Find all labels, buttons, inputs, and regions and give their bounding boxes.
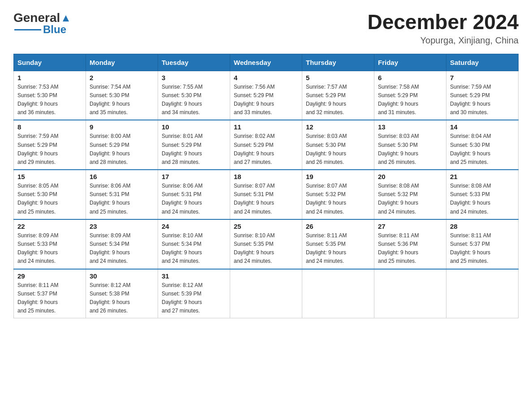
week-row-4: 22Sunrise: 8:09 AMSunset: 5:33 PMDayligh… <box>14 219 519 269</box>
day-cell-31: 31Sunrise: 8:12 AMSunset: 5:39 PMDayligh… <box>158 269 230 318</box>
day-cell-6: 6Sunrise: 7:58 AMSunset: 5:29 PMDaylight… <box>374 71 446 120</box>
column-header-thursday: Thursday <box>302 54 374 71</box>
logo-triangle-icon <box>61 13 71 23</box>
day-cell-12: 12Sunrise: 8:03 AMSunset: 5:30 PMDayligh… <box>302 120 374 170</box>
day-info: Sunrise: 8:06 AMSunset: 5:31 PMDaylight:… <box>162 182 226 216</box>
day-info: Sunrise: 7:59 AMSunset: 5:29 PMDaylight:… <box>450 83 515 117</box>
day-info: Sunrise: 8:03 AMSunset: 5:30 PMDaylight:… <box>306 132 370 167</box>
day-number: 25 <box>234 223 298 230</box>
day-cell-18: 18Sunrise: 8:07 AMSunset: 5:31 PMDayligh… <box>230 170 302 219</box>
day-info: Sunrise: 8:08 AMSunset: 5:33 PMDaylight:… <box>450 182 515 216</box>
day-number: 29 <box>17 272 82 280</box>
day-cell-3: 3Sunrise: 7:55 AMSunset: 5:30 PMDaylight… <box>158 71 230 120</box>
column-header-monday: Monday <box>86 54 158 71</box>
day-info: Sunrise: 8:11 AMSunset: 5:36 PMDaylight:… <box>378 231 442 266</box>
day-number: 12 <box>306 123 370 131</box>
day-number: 24 <box>162 223 226 230</box>
day-info: Sunrise: 7:53 AMSunset: 5:30 PMDaylight:… <box>17 83 82 117</box>
day-info: Sunrise: 7:56 AMSunset: 5:29 PMDaylight:… <box>234 83 298 117</box>
day-cell-13: 13Sunrise: 8:03 AMSunset: 5:30 PMDayligh… <box>374 120 446 170</box>
day-number: 9 <box>90 123 154 131</box>
day-cell-30: 30Sunrise: 8:12 AMSunset: 5:38 PMDayligh… <box>86 269 158 318</box>
column-header-sunday: Sunday <box>14 54 86 71</box>
month-year-title: December 2024 <box>367 11 519 34</box>
day-number: 17 <box>162 173 226 180</box>
day-cell-28: 28Sunrise: 8:11 AMSunset: 5:37 PMDayligh… <box>446 219 519 269</box>
day-cell-11: 11Sunrise: 8:02 AMSunset: 5:29 PMDayligh… <box>230 120 302 170</box>
day-cell-1: 1Sunrise: 7:53 AMSunset: 5:30 PMDaylight… <box>14 71 86 120</box>
day-cell-21: 21Sunrise: 8:08 AMSunset: 5:33 PMDayligh… <box>446 170 519 219</box>
day-cell-4: 4Sunrise: 7:56 AMSunset: 5:29 PMDaylight… <box>230 71 302 120</box>
day-number: 10 <box>162 123 226 131</box>
day-cell-22: 22Sunrise: 8:09 AMSunset: 5:33 PMDayligh… <box>14 219 86 269</box>
day-info: Sunrise: 8:05 AMSunset: 5:30 PMDaylight:… <box>17 182 82 216</box>
week-row-5: 29Sunrise: 8:11 AMSunset: 5:37 PMDayligh… <box>14 269 519 318</box>
logo: General Blue <box>13 11 71 36</box>
day-cell-5: 5Sunrise: 7:57 AMSunset: 5:29 PMDaylight… <box>302 71 374 120</box>
week-row-1: 1Sunrise: 7:53 AMSunset: 5:30 PMDaylight… <box>14 71 519 120</box>
day-cell-7: 7Sunrise: 7:59 AMSunset: 5:29 PMDaylight… <box>446 71 519 120</box>
column-header-saturday: Saturday <box>446 54 519 71</box>
day-cell-23: 23Sunrise: 8:09 AMSunset: 5:34 PMDayligh… <box>86 219 158 269</box>
day-number: 14 <box>450 123 515 131</box>
day-info: Sunrise: 8:08 AMSunset: 5:32 PMDaylight:… <box>378 182 442 216</box>
day-cell-14: 14Sunrise: 8:04 AMSunset: 5:30 PMDayligh… <box>446 120 519 170</box>
day-cell-15: 15Sunrise: 8:05 AMSunset: 5:30 PMDayligh… <box>14 170 86 219</box>
day-info: Sunrise: 8:12 AMSunset: 5:39 PMDaylight:… <box>162 281 226 316</box>
day-number: 1 <box>17 74 82 81</box>
empty-cell <box>230 269 302 318</box>
day-number: 11 <box>234 123 298 131</box>
day-cell-24: 24Sunrise: 8:10 AMSunset: 5:34 PMDayligh… <box>158 219 230 269</box>
day-number: 3 <box>162 74 226 81</box>
calendar-table: SundayMondayTuesdayWednesdayThursdayFrid… <box>13 54 519 319</box>
day-info: Sunrise: 8:00 AMSunset: 5:29 PMDaylight:… <box>90 132 154 167</box>
column-header-friday: Friday <box>374 54 446 71</box>
column-header-tuesday: Tuesday <box>158 54 230 71</box>
day-info: Sunrise: 8:10 AMSunset: 5:34 PMDaylight:… <box>162 231 226 266</box>
svg-marker-0 <box>63 15 69 21</box>
day-number: 5 <box>306 74 370 81</box>
day-cell-8: 8Sunrise: 7:59 AMSunset: 5:29 PMDaylight… <box>14 120 86 170</box>
day-cell-17: 17Sunrise: 8:06 AMSunset: 5:31 PMDayligh… <box>158 170 230 219</box>
day-cell-26: 26Sunrise: 8:11 AMSunset: 5:35 PMDayligh… <box>302 219 374 269</box>
day-cell-16: 16Sunrise: 8:06 AMSunset: 5:31 PMDayligh… <box>86 170 158 219</box>
day-info: Sunrise: 8:02 AMSunset: 5:29 PMDaylight:… <box>234 132 298 167</box>
day-number: 16 <box>90 173 154 180</box>
day-info: Sunrise: 8:09 AMSunset: 5:33 PMDaylight:… <box>17 231 82 266</box>
day-cell-29: 29Sunrise: 8:11 AMSunset: 5:37 PMDayligh… <box>14 269 86 318</box>
day-number: 13 <box>378 123 442 131</box>
day-number: 8 <box>17 123 82 131</box>
day-number: 7 <box>450 74 515 81</box>
day-cell-19: 19Sunrise: 8:07 AMSunset: 5:32 PMDayligh… <box>302 170 374 219</box>
day-number: 28 <box>450 223 515 230</box>
day-info: Sunrise: 8:07 AMSunset: 5:32 PMDaylight:… <box>306 182 370 216</box>
day-info: Sunrise: 7:55 AMSunset: 5:30 PMDaylight:… <box>162 83 226 117</box>
location-subtitle: Yopurga, Xinjiang, China <box>367 35 519 46</box>
day-info: Sunrise: 8:01 AMSunset: 5:29 PMDaylight:… <box>162 132 226 167</box>
day-cell-9: 9Sunrise: 8:00 AMSunset: 5:29 PMDaylight… <box>86 120 158 170</box>
day-number: 23 <box>90 223 154 230</box>
day-info: Sunrise: 8:04 AMSunset: 5:30 PMDaylight:… <box>450 132 515 167</box>
day-info: Sunrise: 8:10 AMSunset: 5:35 PMDaylight:… <box>234 231 298 266</box>
day-cell-20: 20Sunrise: 8:08 AMSunset: 5:32 PMDayligh… <box>374 170 446 219</box>
logo-blue-text: Blue <box>43 23 66 36</box>
day-info: Sunrise: 8:06 AMSunset: 5:31 PMDaylight:… <box>90 182 154 216</box>
day-info: Sunrise: 8:12 AMSunset: 5:38 PMDaylight:… <box>90 281 154 316</box>
day-number: 22 <box>17 223 82 230</box>
column-header-wednesday: Wednesday <box>230 54 302 71</box>
day-number: 26 <box>306 223 370 230</box>
title-block: December 2024 Yopurga, Xinjiang, China <box>367 11 519 46</box>
day-cell-25: 25Sunrise: 8:10 AMSunset: 5:35 PMDayligh… <box>230 219 302 269</box>
empty-cell <box>446 269 519 318</box>
day-number: 2 <box>90 74 154 81</box>
day-number: 6 <box>378 74 442 81</box>
day-number: 19 <box>306 173 370 180</box>
day-number: 27 <box>378 223 442 230</box>
week-row-2: 8Sunrise: 7:59 AMSunset: 5:29 PMDaylight… <box>14 120 519 170</box>
day-number: 15 <box>17 173 82 180</box>
day-number: 4 <box>234 74 298 81</box>
day-info: Sunrise: 8:03 AMSunset: 5:30 PMDaylight:… <box>378 132 442 167</box>
day-number: 21 <box>450 173 515 180</box>
day-number: 31 <box>162 272 226 280</box>
day-number: 30 <box>90 272 154 280</box>
